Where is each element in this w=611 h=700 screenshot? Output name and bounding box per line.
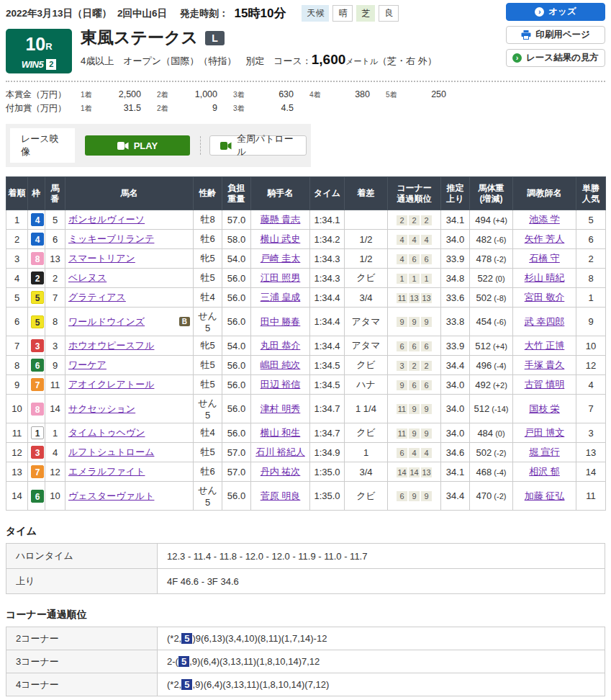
sex-age: 牡5 xyxy=(194,375,222,395)
jockey-link[interactable]: 横山 武史 xyxy=(261,233,301,244)
play-button[interactable]: PLAY xyxy=(85,135,190,156)
jockey-link[interactable]: 横山 和生 xyxy=(261,427,301,438)
horse-name-link[interactable]: ホウオウピースフル xyxy=(68,339,154,352)
horse-name-link[interactable]: ヴェスターヴァルト xyxy=(68,490,154,503)
corner-position-badge: 6 xyxy=(421,380,432,390)
video-camera-icon xyxy=(220,142,232,150)
prize-main-value: 380 xyxy=(331,88,370,102)
horse-name-link[interactable]: エメラルファイト xyxy=(68,465,145,478)
corner-positions-cell: 644 xyxy=(388,443,441,462)
race-video-strip: レース映像 PLAY 全周パトロール xyxy=(6,124,311,167)
trainer-link[interactable]: 矢作 芳人 xyxy=(525,233,565,244)
corner-position-badge: 14 xyxy=(397,467,407,477)
patrol-video-button[interactable]: 全周パトロール xyxy=(209,135,307,156)
corner-position-badge: 2 xyxy=(397,215,407,225)
corner-position-badge: 4 xyxy=(409,448,420,458)
trainer-cell: 宮田 敬介 xyxy=(513,288,576,308)
result-guide-button[interactable]: › レース結果の見方 xyxy=(506,49,605,67)
jockey-link[interactable]: 江田 照男 xyxy=(261,272,301,283)
horse-weight-cell: 470 (-2) xyxy=(470,482,513,511)
trainer-link[interactable]: 堀 宣行 xyxy=(529,447,560,457)
trainer-link[interactable]: 武 幸四郎 xyxy=(525,316,565,327)
trainer-link[interactable]: 大竹 正博 xyxy=(525,340,565,351)
race-conditions: 4歳以上 オープン（国際）（特指） 別定 コース：1,600メートル（芝・右 外… xyxy=(81,52,437,68)
trainer-link[interactable]: 石橋 守 xyxy=(529,253,560,264)
horse-name-link[interactable]: アオイクレアトール xyxy=(68,378,154,391)
win-favorite-rank: 11 xyxy=(576,482,606,511)
corner-position-badge: 2 xyxy=(421,361,432,371)
jockey-link[interactable]: 石川 裕紀人 xyxy=(255,447,305,457)
jockey-link[interactable]: 戸崎 圭太 xyxy=(261,253,301,264)
finish-time: 1:34.7 xyxy=(310,395,345,423)
jockey-link[interactable]: 菅原 明良 xyxy=(261,490,301,501)
trainer-link[interactable]: 加藤 征弘 xyxy=(525,490,565,501)
horse-name-link[interactable]: サクセッション xyxy=(68,403,135,416)
trainer-link[interactable]: 手塚 貴久 xyxy=(525,359,565,370)
sex-age: 牡8 xyxy=(194,210,222,230)
column-header: 馬名 xyxy=(65,177,194,210)
jockey-link[interactable]: 藤懸 貴志 xyxy=(261,214,301,225)
jockey-cell: 石川 裕紀人 xyxy=(251,443,310,462)
trainer-cell: 矢作 芳人 xyxy=(513,230,576,249)
trainer-link[interactable]: 戸田 博文 xyxy=(525,427,565,438)
corner-position-badge: 13 xyxy=(409,293,420,303)
trainer-cell: 堀 宣行 xyxy=(513,443,576,462)
horse-weight: 492 xyxy=(475,380,491,390)
horse-name-link[interactable]: スマートリアン xyxy=(68,252,135,265)
finish-position: 4 xyxy=(6,269,28,288)
frame-number-badge: 3 xyxy=(31,339,44,352)
prize-main-value: 1,000 xyxy=(178,88,217,102)
horse-name-link[interactable]: ボンセルヴィーソ xyxy=(68,213,145,226)
jockey-cell: 田辺 裕信 xyxy=(251,375,310,395)
horse-name-link[interactable]: ルフトシュトローム xyxy=(68,446,154,459)
corner-order-pre: (*2, xyxy=(167,633,181,644)
winner-highlight-mark: 5 xyxy=(178,656,189,667)
jockey-link[interactable]: 津村 明秀 xyxy=(261,403,301,414)
odds-button[interactable]: › オッズ xyxy=(506,3,605,21)
finish-position: 10 xyxy=(6,395,28,423)
trainer-link[interactable]: 池添 学 xyxy=(529,214,560,225)
horse-name-link[interactable]: ミッキーブリランテ xyxy=(68,233,154,246)
race-number-value: 10 xyxy=(25,35,45,53)
horse-weight: 484 xyxy=(477,428,493,439)
horse-weight-cell: 468 (-4) xyxy=(470,462,513,482)
horse-name-link[interactable]: ベレヌス xyxy=(68,272,107,284)
print-page-button[interactable]: 印刷用ページ xyxy=(506,26,605,44)
trainer-cell: 石橋 守 xyxy=(513,249,576,269)
horse-name-link[interactable]: タイムトゥヘヴン xyxy=(68,426,145,439)
carried-weight: 56.0 xyxy=(222,356,251,375)
trainer-link[interactable]: 相沢 郁 xyxy=(529,466,560,477)
horse-weight: 494 xyxy=(475,215,491,225)
horse-weight-cell: 512 (-14) xyxy=(470,395,513,423)
jockey-link[interactable]: 丸田 恭介 xyxy=(261,340,301,351)
win-favorite-rank: 9 xyxy=(576,308,606,336)
trainer-link[interactable]: 国枝 栄 xyxy=(529,403,560,414)
horse-name-link[interactable]: グラティアス xyxy=(68,291,126,304)
jockey-link[interactable]: 田辺 裕信 xyxy=(261,379,301,390)
corner-position-badge: 13 xyxy=(421,467,432,477)
jockey-cell: 田中 勝春 xyxy=(251,308,310,336)
horse-name-cell: エメラルファイト xyxy=(65,462,194,482)
margin: クビ xyxy=(345,482,388,511)
frame-cell: 5 xyxy=(28,308,45,336)
jockey-link[interactable]: 嶋田 純次 xyxy=(261,359,301,370)
corner-positions-cell: 444 xyxy=(388,230,441,249)
horse-name-cell: タイムトゥヘヴン xyxy=(65,423,194,443)
horse-name-link[interactable]: ワーケア xyxy=(68,359,107,372)
jockey-cell: 津村 明秀 xyxy=(251,395,310,423)
trainer-link[interactable]: 宮田 敬介 xyxy=(525,292,565,302)
jockey-link[interactable]: 丹内 祐次 xyxy=(261,466,301,477)
jockey-link[interactable]: 三浦 皇成 xyxy=(261,292,301,302)
race-number: 10R xyxy=(6,29,72,59)
jockey-link[interactable]: 田中 勝春 xyxy=(261,316,301,327)
trainer-link[interactable]: 古賀 慎明 xyxy=(525,379,565,390)
arrow-circle-icon: › xyxy=(535,7,544,17)
finish-time: 1:34.7 xyxy=(310,423,345,443)
frame-cell: 3 xyxy=(28,443,45,462)
corner-position-badge: 1 xyxy=(409,274,420,284)
trainer-link[interactable]: 杉山 晴紀 xyxy=(525,272,565,283)
estimated-last-3f: 33.9 xyxy=(441,249,470,269)
horse-weight-cell: 502 (-8) xyxy=(470,288,513,308)
horse-name-link[interactable]: ワールドウインズ xyxy=(68,315,145,328)
result-row: 1111タイムトゥヘヴン牡456.0横山 和生1:34.7クビ119934.04… xyxy=(6,423,606,443)
